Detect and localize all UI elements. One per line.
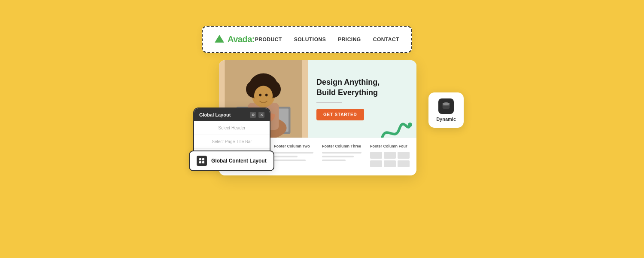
footer-line — [322, 160, 346, 161]
footer-line — [274, 156, 298, 157]
nav-pricing[interactable]: PRICING — [338, 37, 361, 43]
footer-col-3: Footer Column Three — [322, 144, 361, 169]
dynamic-label: Dynamic — [436, 117, 456, 122]
hero-divider — [316, 102, 342, 103]
svg-point-11 — [265, 94, 267, 96]
panel-title: Global Layout — [199, 112, 231, 117]
footer-line — [274, 152, 313, 154]
gcl-cell — [202, 158, 204, 160]
footer-block — [370, 160, 382, 167]
gcl-icon — [197, 156, 207, 166]
footer-block — [398, 152, 410, 159]
footer-line — [322, 156, 354, 157]
close-icon[interactable]: ✕ — [258, 112, 264, 118]
navbar-card: Avada: PRODUCT SOLUTIONS PRICING CONTACT — [202, 26, 412, 53]
footer-col-4: Footer Column Four — [370, 144, 410, 169]
nav-contact[interactable]: CONTACT — [373, 37, 399, 43]
footer-line — [274, 160, 306, 161]
hero-heading: Design Anything, Build Everything — [316, 77, 408, 98]
footer-block — [384, 160, 396, 167]
footer-grid — [370, 152, 410, 167]
select-header-row[interactable]: Select Header — [194, 121, 270, 135]
svg-point-10 — [259, 94, 261, 96]
panel-icons: ⚙ ✕ — [250, 112, 264, 118]
dynamic-badge: Dynamic — [428, 92, 464, 128]
gcl-label: Global Content Layout — [211, 158, 267, 164]
gcl-cell — [199, 161, 201, 163]
gcl-cell — [199, 158, 201, 160]
select-page-title-text: Select Page Title Bar — [200, 139, 264, 144]
panel-header: Global Layout ⚙ ✕ — [194, 108, 270, 121]
get-started-button[interactable]: GET STARTED — [316, 109, 364, 120]
gcl-grid — [199, 158, 204, 163]
logo: Avada: — [215, 34, 255, 44]
footer-col3-title: Footer Column Three — [322, 144, 361, 148]
footer-line — [322, 152, 361, 154]
gcl-cell — [202, 161, 204, 163]
footer-col2-title: Footer Column Two — [274, 144, 313, 148]
navbar-nav: PRODUCT SOLUTIONS PRICING CONTACT — [255, 37, 399, 43]
svg-point-14 — [443, 102, 450, 105]
gear-icon[interactable]: ⚙ — [250, 112, 256, 118]
logo-text: Avada: — [228, 34, 255, 44]
svg-point-12 — [408, 123, 412, 127]
database-icon — [438, 98, 454, 114]
nav-product[interactable]: PRODUCT — [255, 37, 282, 43]
footer-col-2: Footer Column Two — [274, 144, 313, 169]
main-scene: Avada: PRODUCT SOLUTIONS PRICING CONTACT — [193, 26, 451, 232]
logo-triangle-icon — [215, 35, 224, 43]
hero-text: Design Anything, Build Everything GET ST… — [308, 60, 416, 138]
footer-block — [370, 152, 382, 159]
footer-col4-title: Footer Column Four — [370, 144, 410, 148]
footer-block — [398, 160, 410, 167]
select-header-text: Select Header — [200, 126, 264, 130]
select-page-title-row[interactable]: Select Page Title Bar — [194, 135, 270, 149]
nav-solutions[interactable]: SOLUTIONS — [294, 37, 326, 43]
global-content-layout-button[interactable]: Global Content Layout — [189, 150, 274, 171]
footer-block — [384, 152, 396, 159]
